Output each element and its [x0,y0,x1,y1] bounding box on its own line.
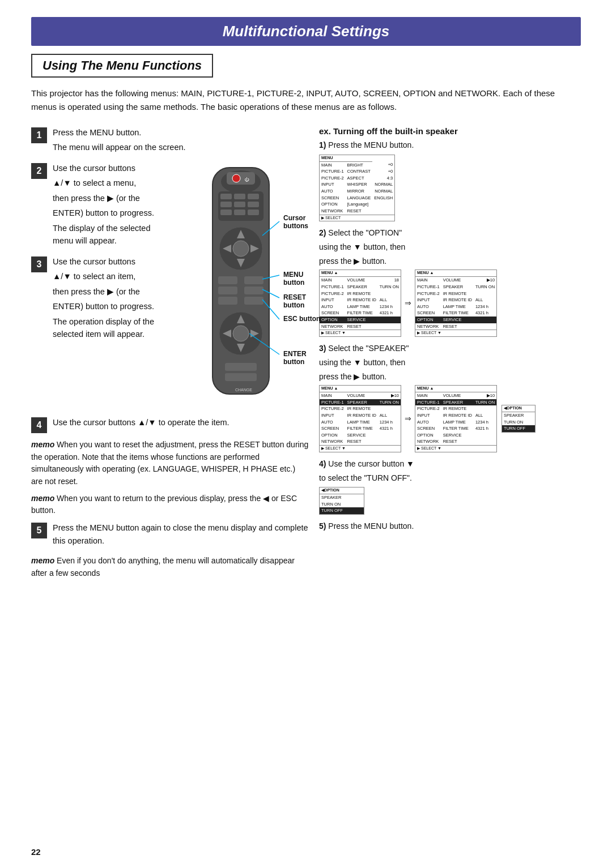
step-num-1: 1 [31,127,47,143]
step-5: 5 Press the MENU button again to close t… [31,521,309,549]
svg-rect-23 [218,287,237,294]
two-screens-step3: MENU ▲ MAINVOLUME▶10 PICTURE-1SPEAKERTUR… [319,385,581,452]
step-text-3: Use the cursor buttons ▲/▼ to select an … [53,255,156,343]
svg-rect-26 [244,297,264,305]
step-num-2: 2 [31,163,47,179]
esc-button-label: ESC button [283,315,320,323]
remote-svg: ⏻ [196,162,286,411]
memo-1: memo When you want to reset the adjustme… [31,439,309,488]
svg-rect-33 [225,363,257,371]
reset-button-label: RESETbutton [283,293,306,309]
svg-rect-9 [220,202,232,207]
svg-rect-7 [234,194,245,199]
svg-rect-13 [234,209,245,215]
step-text-2: Use the cursor buttons ▲/▼ to select a m… [53,162,156,250]
step-num-5: 5 [31,523,47,538]
ex-step-1: 1) Press the MENU button. MENU MAINBRIGH… [319,139,581,221]
ex-step-2: 2) Select the "OPTION" using the ▼ butto… [319,227,581,337]
section-title: Using The Menu Functions [31,54,213,78]
right-column: ex. Turning off the built-in speaker 1) … [319,126,581,584]
svg-rect-10 [234,202,245,207]
svg-rect-22 [244,276,264,284]
step-4: 4 Use the cursor buttons ▲/▼ to operate … [31,416,309,433]
step-text-5: Press the MENU button again to close the… [53,521,309,549]
two-screens-step2: MENU ▲ MAINVOLUME18 PICTURE-1SPEAKERTURN… [319,270,581,337]
memo-3: memo Even if you don't do anything, the … [31,555,309,579]
left-column: 1 Press the MENU button. The menu will a… [31,126,309,584]
svg-rect-8 [248,194,259,199]
page-number: 22 [31,847,41,857]
ex-step-3: 3) Select the "SPEAKER" using the ▼ butt… [319,343,581,452]
svg-rect-11 [248,202,259,207]
step-2: 2 Use the cursor buttons ▲/▼ to select a… [31,162,156,250]
page: Multifunctional Settings Using The Menu … [0,0,612,868]
svg-point-32 [233,326,249,341]
main-content: 1 Press the MENU button. The menu will a… [31,126,581,584]
menu-button-label: MENUbutton [283,271,304,287]
step-1: 1 Press the MENU button. The menu will a… [31,126,309,156]
svg-rect-12 [220,209,232,215]
svg-point-20 [233,241,249,256]
svg-rect-24 [244,287,264,294]
ex-section: ex. Turning off the built-in speaker 1) … [319,126,581,538]
ex-step-5: 5) Press the MENU button. [319,520,581,533]
arrow-right-2: ⇒ [405,413,411,425]
step-3: 3 Use the cursor buttons ▲/▼ to select a… [31,255,156,343]
svg-rect-34 [225,373,257,381]
ex-step-4: 4) Use the cursor button ▼ to select the… [319,458,581,515]
svg-point-3 [232,174,240,182]
svg-rect-2 [227,172,255,185]
step-num-4: 4 [31,417,47,433]
step-text-1: Press the MENU button. The menu will app… [53,126,186,156]
cursor-buttons-label: Cursorbuttons [283,214,308,230]
ex-title: ex. Turning off the built-in speaker [319,126,581,136]
svg-rect-21 [218,276,237,284]
menu-screen-1: MENU MAINBRIGHT+0 PICTURE-1CONTRAST+0 PI… [319,155,581,222]
svg-text:⏻: ⏻ [244,177,249,182]
step-text-4: Use the cursor buttons ▲/▼ to operate th… [53,416,230,431]
svg-rect-14 [248,209,259,215]
svg-rect-25 [218,297,237,305]
menu-screen-step4: ◀OPTION SPEAKER TURN ON TURN OFF [319,487,581,515]
intro-text: This projector has the following menus: … [31,87,581,114]
svg-text:CHANGE: CHANGE [235,388,252,392]
memo-2: memo When you want to return to the prev… [31,493,309,517]
arrow-right-1: ⇒ [405,297,411,310]
svg-rect-6 [220,194,232,199]
remote-diagram: ⏻ [173,162,309,413]
enter-button-label: ENTERbutton [283,350,307,366]
page-title: Multifunctional Settings [31,17,581,46]
step-num-3: 3 [31,256,47,272]
